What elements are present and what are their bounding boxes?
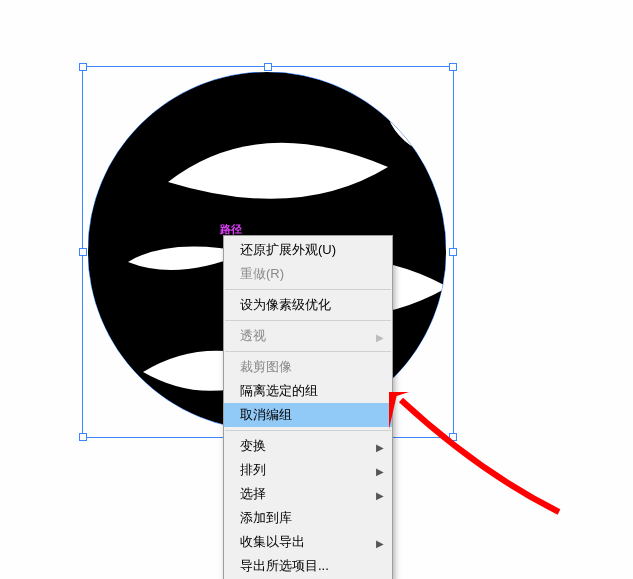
resize-handle-ml[interactable]: [79, 248, 87, 256]
chevron-right-icon: ▶: [376, 488, 384, 504]
resize-handle-mr[interactable]: [449, 248, 457, 256]
menu-perspective-label: 透视: [240, 328, 266, 343]
menu-redo: 重做(R): [224, 262, 392, 286]
resize-handle-tr[interactable]: [449, 63, 457, 71]
menu-ungroup-label: 取消编组: [240, 407, 292, 422]
menu-collect-export[interactable]: 收集以导出 ▶: [224, 530, 392, 554]
chevron-right-icon: ▶: [376, 440, 384, 456]
menu-crop-image: 裁剪图像: [224, 355, 392, 379]
menu-pixel-perfect[interactable]: 设为像素级优化: [224, 293, 392, 317]
resize-handle-tm[interactable]: [264, 63, 272, 71]
menu-export-selection[interactable]: 导出所选项目...: [224, 554, 392, 578]
menu-transform-label: 变换: [240, 438, 266, 453]
menu-export-selection-label: 导出所选项目...: [240, 558, 329, 573]
chevron-right-icon: ▶: [376, 464, 384, 480]
menu-crop-image-label: 裁剪图像: [240, 359, 292, 374]
resize-handle-tl[interactable]: [79, 63, 87, 71]
menu-undo-expand-label: 还原扩展外观(U): [240, 242, 336, 257]
menu-undo-expand[interactable]: 还原扩展外观(U): [224, 238, 392, 262]
menu-separator: [225, 351, 391, 352]
menu-select-label: 选择: [240, 486, 266, 501]
menu-separator: [225, 430, 391, 431]
menu-separator: [225, 320, 391, 321]
resize-handle-br[interactable]: [449, 433, 457, 441]
menu-isolate-group-label: 隔离选定的组: [240, 383, 318, 398]
menu-redo-label: 重做(R): [240, 266, 284, 281]
menu-separator: [225, 289, 391, 290]
context-menu: 还原扩展外观(U) 重做(R) 设为像素级优化 透视 ▶ 裁剪图像 隔离选定的组…: [223, 235, 393, 579]
menu-select[interactable]: 选择 ▶: [224, 482, 392, 506]
menu-collect-export-label: 收集以导出: [240, 534, 305, 549]
chevron-right-icon: ▶: [376, 536, 384, 552]
menu-arrange[interactable]: 排列 ▶: [224, 458, 392, 482]
canvas-area[interactable]: 路径 还原扩展外观(U) 重做(R) 设为像素级优化 透视 ▶ 裁剪图像 隔离选…: [0, 0, 633, 579]
menu-add-to-library[interactable]: 添加到库: [224, 506, 392, 530]
menu-pixel-perfect-label: 设为像素级优化: [240, 297, 331, 312]
menu-transform[interactable]: 变换 ▶: [224, 434, 392, 458]
menu-perspective: 透视 ▶: [224, 324, 392, 348]
menu-add-to-library-label: 添加到库: [240, 510, 292, 525]
menu-arrange-label: 排列: [240, 462, 266, 477]
resize-handle-bl[interactable]: [79, 433, 87, 441]
menu-isolate-group[interactable]: 隔离选定的组: [224, 379, 392, 403]
menu-ungroup[interactable]: 取消编组: [224, 403, 392, 427]
chevron-right-icon: ▶: [376, 330, 384, 346]
